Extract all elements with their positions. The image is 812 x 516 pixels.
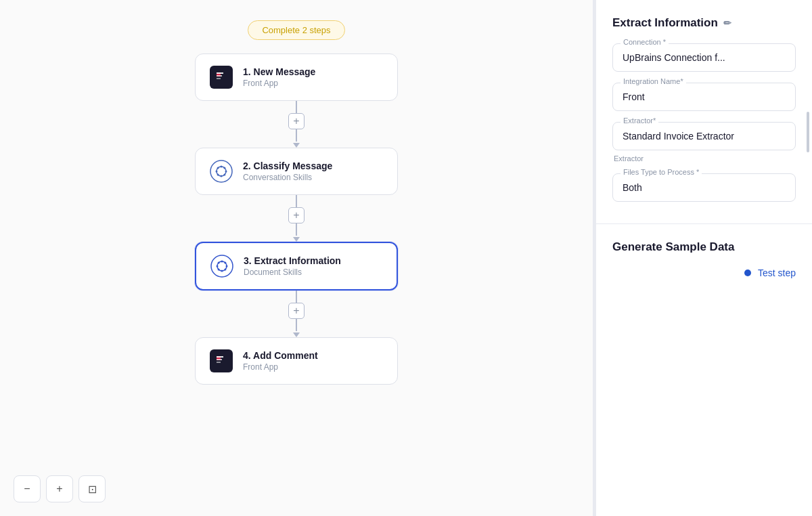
connector-1: + [288,101,304,148]
right-panel: Extract Information ✏ Connection * UpBra… [595,0,812,516]
node-3-title: 3. Extract Information [244,255,341,266]
node-1-subtitle: Front App [243,79,315,88]
svg-point-11 [211,255,233,277]
integration-name-input[interactable]: Front [612,83,796,111]
svg-point-4 [221,175,223,177]
svg-point-16 [226,265,228,267]
svg-point-15 [217,265,219,267]
integration-name-field: Integration Name* Front [612,83,796,111]
svg-point-8 [223,173,225,175]
integration-name-value: Front [623,91,645,102]
flow-container: Complete 2 steps 1. New Message Front Ap… [0,20,593,385]
svg-rect-21 [210,349,233,372]
svg-rect-0 [210,66,233,89]
generate-sample-section: Generate Sample Data Test step [596,224,812,295]
connection-input[interactable]: UpBrains Connection f... [612,43,796,72]
connection-value: UpBrains Connection f... [623,52,725,63]
node-3-subtitle: Document Skills [244,267,341,277]
generate-title: Generate Sample Data [612,240,796,254]
files-type-field: Files Type to Process * Both [612,173,796,202]
connector-line-3b [296,319,297,331]
files-type-input[interactable]: Both [612,173,796,202]
connector-line-2 [296,195,297,207]
zoom-controls: − + ⊡ [14,475,106,502]
connector-3: + [288,291,304,337]
connector-line-1b [296,129,297,142]
fit-view-icon: ⊡ [88,483,97,496]
svg-point-20 [218,268,220,270]
node-4-title: 4. Add Comment [243,350,318,361]
node-3-content: 3. Extract Information Document Skills [244,255,341,277]
add-step-2-button[interactable]: + [288,207,304,223]
files-type-label: Files Type to Process * [621,168,702,176]
node-2-title: 2. Classify Message [243,160,332,171]
node-4-content: 4. Add Comment Front App [243,350,318,372]
svg-point-6 [225,171,227,173]
brain-icon-2 [209,159,233,184]
zoom-in-button[interactable]: + [46,475,73,502]
node-1-title: 1. New Message [243,66,315,77]
fit-view-button[interactable]: ⊡ [78,475,106,502]
zoom-out-icon: − [24,483,30,495]
svg-point-14 [221,270,223,272]
extractor-field: Extractor* Standard Invoice Extractor Ex… [612,122,796,163]
integration-name-label: Integration Name* [621,77,686,85]
canvas-area: Complete 2 steps 1. New Message Front Ap… [0,0,593,516]
add-step-3-button[interactable]: + [288,303,304,319]
section-title-text: Extract Information [612,16,718,30]
complete-badge: Complete 2 steps [248,20,344,40]
extract-info-section: Extract Information ✏ Connection * UpBra… [596,0,812,224]
svg-point-1 [210,160,232,182]
node-2-content: 2. Classify Message Conversation Skills [243,160,332,182]
svg-point-19 [224,262,226,264]
svg-point-7 [217,167,219,169]
front-icon-1 [209,65,233,89]
connection-field: Connection * UpBrains Connection f... [612,43,796,72]
svg-point-18 [224,268,226,270]
flow-node-2[interactable]: 2. Classify Message Conversation Skills [195,148,398,195]
svg-point-9 [223,167,225,169]
front-icon-4 [209,349,233,373]
brain-icon-3 [210,254,234,278]
connector-arrow-3 [293,332,300,337]
connector-line-3 [296,291,297,303]
test-step-dot [744,270,751,276]
svg-point-5 [216,171,218,173]
badge-label: Complete 2 steps [262,25,330,35]
connector-line-2b [296,223,297,236]
panel-section-title: Extract Information ✏ [612,16,796,30]
scroll-thumb [807,112,809,152]
flow-node-3[interactable]: 3. Extract Information Document Skills [195,242,398,291]
connector-line-1 [296,101,297,113]
svg-point-13 [221,261,223,263]
node-2-subtitle: Conversation Skills [243,173,332,182]
add-step-1-button[interactable]: + [288,113,304,129]
extractor-label: Extractor* [621,116,658,125]
zoom-out-button[interactable]: − [14,475,41,502]
files-type-value: Both [623,182,642,193]
extractor-value: Standard Invoice Extractor [623,131,734,142]
connector-arrow-2 [293,237,300,242]
flow-node-1[interactable]: 1. New Message Front App [195,53,398,101]
extractor-input[interactable]: Standard Invoice Extractor [612,122,796,150]
connector-2: + [288,195,304,242]
svg-point-3 [221,166,223,168]
connector-arrow-1 [293,143,300,148]
test-step-button[interactable]: Test step [758,267,796,278]
extractor-hint: Extractor [612,154,796,163]
zoom-in-icon: + [56,483,62,495]
svg-point-10 [217,173,219,175]
flow-node-4[interactable]: 4. Add Comment Front App [195,337,398,385]
edit-icon[interactable]: ✏ [723,18,731,28]
node-1-content: 1. New Message Front App [243,66,315,88]
node-4-subtitle: Front App [243,362,318,372]
test-step-row: Test step [612,267,796,278]
svg-point-17 [218,262,220,264]
connection-label: Connection * [621,38,669,46]
